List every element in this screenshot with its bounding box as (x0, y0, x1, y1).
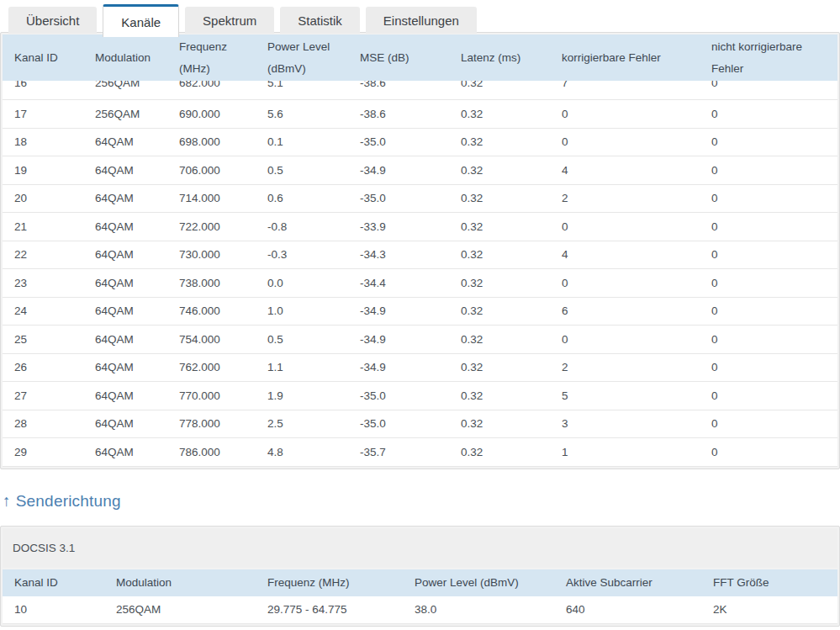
table-cell: 22 (3, 248, 83, 261)
docsis-version-label: DOCSIS 3.1 (13, 542, 75, 554)
table-row: 17256QAM690.0005.6-38.60.3200 (3, 100, 837, 129)
table-cell: 698.000 (167, 135, 256, 148)
table-cell: 0 (700, 164, 837, 177)
table-cell: 706.000 (167, 164, 256, 177)
table-cell: 0 (700, 333, 837, 346)
table-cell: 256QAM (83, 108, 167, 120)
table-cell: -35.0 (348, 192, 449, 204)
table-row: 2064QAM714.0000.6-35.00.3220 (3, 185, 837, 214)
table-cell: 0 (700, 389, 837, 402)
table-cell: 64QAM (83, 417, 167, 430)
table-cell: 2.5 (256, 417, 348, 430)
table-row: 2964QAM786.0004.8-35.70.3210 (3, 438, 837, 467)
tab-einstellungen[interactable]: Einstellungen (366, 7, 477, 34)
downstream-table-body: 16256QAM682.0005.1-38.60.327017256QAM690… (3, 81, 837, 467)
table-cell: -35.0 (348, 389, 449, 402)
table-cell: 21 (3, 220, 83, 233)
table-cell: 64QAM (83, 333, 167, 346)
tab-spektrum[interactable]: Spektrum (185, 7, 274, 34)
table-cell: 64QAM (83, 277, 167, 289)
table-cell: 256QAM (104, 603, 256, 616)
table-cell: 786.000 (167, 446, 256, 458)
column-header: Power Level (dBmV) (403, 572, 554, 594)
table-cell: 762.000 (167, 361, 256, 373)
table-cell: 714.000 (167, 192, 256, 204)
table-cell: 0.32 (449, 164, 550, 177)
table-cell: 0.5 (256, 164, 348, 177)
table-row: 2164QAM722.000-0.8-33.90.3200 (3, 213, 837, 241)
table-cell: 64QAM (83, 389, 167, 402)
table-cell: 640 (554, 603, 701, 616)
table-cell: 23 (3, 277, 83, 289)
table-cell: 682.000 (167, 81, 256, 97)
table-cell: 4.8 (256, 446, 348, 458)
table-cell: 19 (3, 164, 83, 177)
table-cell: 778.000 (167, 417, 256, 430)
table-cell: -0.8 (256, 220, 348, 233)
tab-uebersicht[interactable]: Übersicht (8, 7, 97, 34)
upstream-table-header: Kanal IDModulationFrequenz (MHz)Power Le… (3, 569, 837, 596)
column-header: Frequenz (MHz) (167, 36, 256, 80)
table-cell: 38.0 (403, 603, 554, 616)
table-cell: 5 (550, 389, 700, 402)
table-cell: 738.000 (167, 277, 256, 289)
table-cell: 0 (700, 192, 837, 204)
table-cell: 16 (3, 81, 83, 97)
table-cell: 0 (700, 304, 837, 317)
tab-statistik[interactable]: Statistik (280, 7, 360, 34)
table-cell: 0 (700, 361, 837, 373)
tab-kanaele[interactable]: Kanäle (103, 4, 179, 37)
table-cell: 0.32 (449, 277, 550, 289)
table-cell: 5.6 (256, 108, 348, 120)
table-cell: 0.1 (256, 135, 348, 148)
table-row: 1964QAM706.0000.5-34.90.3240 (3, 156, 837, 185)
table-cell: 722.000 (167, 220, 256, 233)
table-cell: -38.6 (348, 108, 449, 120)
table-cell: -35.7 (348, 446, 449, 458)
table-cell: 256QAM (83, 81, 167, 97)
docsis-version-bar: DOCSIS 3.1 (3, 528, 837, 568)
table-cell: 0 (550, 333, 700, 346)
table-cell: 0 (550, 220, 700, 233)
table-cell: 754.000 (167, 333, 256, 346)
table-cell: 20 (3, 192, 83, 204)
table-row: 2364QAM738.0000.0-34.40.3200 (3, 269, 837, 298)
table-cell: 0 (700, 446, 837, 458)
table-cell: 1 (550, 446, 700, 458)
column-header: Kanal ID (3, 572, 104, 594)
table-cell: 0.32 (449, 361, 550, 373)
table-cell: 26 (3, 361, 83, 373)
table-cell: 730.000 (167, 248, 256, 261)
table-cell: -34.9 (348, 361, 449, 373)
column-header: Frequenz (MHz) (256, 572, 403, 594)
table-cell: 0.32 (449, 108, 550, 120)
table-cell: 0.6 (256, 192, 348, 204)
table-cell: 2K (701, 603, 837, 616)
table-cell: 64QAM (83, 248, 167, 261)
table-cell: 0 (550, 108, 700, 120)
table-row: 2264QAM730.000-0.3-34.30.3240 (3, 241, 837, 270)
table-cell: 64QAM (83, 220, 167, 233)
table-cell: -0.3 (256, 248, 348, 261)
table-cell: 4 (550, 248, 700, 261)
table-cell: 0 (700, 417, 837, 430)
table-cell: 0.32 (449, 446, 550, 458)
table-cell: 0.32 (449, 333, 550, 346)
table-cell: -34.9 (348, 304, 449, 317)
table-cell: -35.0 (348, 135, 449, 148)
table-cell: 10 (3, 603, 104, 616)
table-cell: 4 (550, 164, 700, 177)
upstream-channels-panel: DOCSIS 3.1 Kanal IDModulationFrequenz (M… (0, 526, 840, 627)
column-header: Latenz (ms) (449, 47, 550, 69)
table-cell: 64QAM (83, 361, 167, 373)
table-row: 2564QAM754.0000.5-34.90.3200 (3, 326, 837, 354)
table-cell: 64QAM (83, 135, 167, 148)
table-cell: 0 (700, 135, 837, 148)
table-cell: 746.000 (167, 304, 256, 317)
table-cell: 2 (550, 361, 700, 373)
table-cell: 0 (700, 277, 837, 289)
table-cell: 0 (700, 220, 837, 233)
table-cell: 6 (550, 304, 700, 317)
downstream-table-header: Kanal IDModulationFrequenz (MHz)Power Le… (3, 34, 837, 81)
table-cell: 0.5 (256, 333, 348, 346)
